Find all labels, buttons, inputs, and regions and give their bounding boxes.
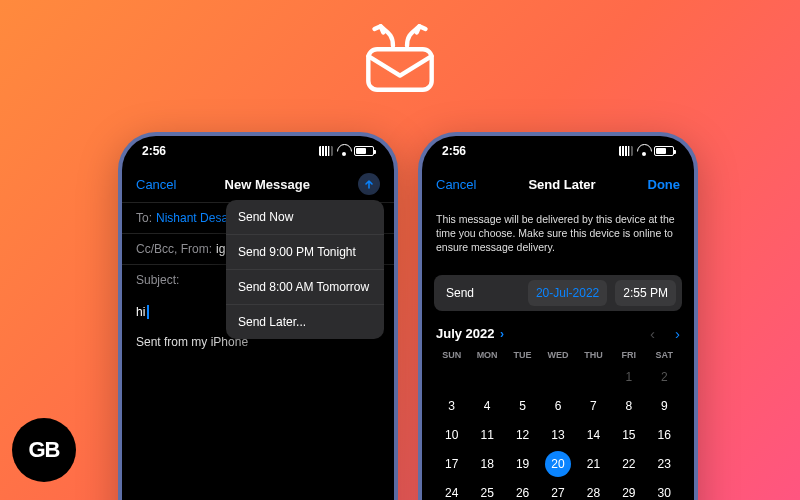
calendar-day[interactable]: 19: [505, 451, 540, 477]
calendar-day[interactable]: 27: [540, 480, 575, 500]
calendar-day[interactable]: 14: [576, 422, 611, 448]
month-label[interactable]: July 2022 ›: [436, 326, 504, 341]
wifi-icon: [637, 146, 650, 156]
nav-title: Send Later: [528, 177, 595, 192]
send-button[interactable]: [358, 173, 380, 195]
calendar-day[interactable]: 15: [611, 422, 646, 448]
calendar-day[interactable]: 9: [647, 393, 682, 419]
send-tomorrow-option[interactable]: Send 8:00 AM Tomorrow: [226, 269, 384, 304]
calendar-day[interactable]: 22: [611, 451, 646, 477]
calendar-day[interactable]: 10: [434, 422, 469, 448]
chevron-right-icon: ›: [497, 327, 504, 341]
calendar-day[interactable]: 29: [611, 480, 646, 500]
phone-schedule: 2:56 Cancel Send Later Done This message…: [418, 132, 698, 500]
next-month-button[interactable]: ›: [675, 325, 680, 342]
calendar-day[interactable]: 21: [576, 451, 611, 477]
wifi-icon: [337, 146, 350, 156]
prev-month-button[interactable]: ‹: [650, 325, 655, 342]
calendar-day[interactable]: 18: [469, 451, 504, 477]
calendar-day[interactable]: 23: [647, 451, 682, 477]
date-pill[interactable]: 20-Jul-2022: [528, 280, 607, 306]
status-time: 2:56: [442, 144, 466, 158]
calendar-day[interactable]: 13: [540, 422, 575, 448]
calendar-day[interactable]: 1: [611, 364, 646, 390]
to-value: Nishant Desa: [156, 211, 228, 225]
dow-label: MON: [469, 350, 504, 360]
phone-compose: 2:56 Cancel New Message To: Nishant Desa…: [118, 132, 398, 500]
nav-title: New Message: [225, 177, 310, 192]
calendar-day[interactable]: 28: [576, 480, 611, 500]
dow-label: THU: [576, 350, 611, 360]
calendar-day[interactable]: 5: [505, 393, 540, 419]
status-time: 2:56: [142, 144, 166, 158]
send-now-option[interactable]: Send Now: [226, 200, 384, 234]
calendar-day[interactable]: 8: [611, 393, 646, 419]
send-options-popup: Send Now Send 9:00 PM Tonight Send 8:00 …: [226, 200, 384, 339]
dow-label: SAT: [647, 350, 682, 360]
calendar-day[interactable]: 25: [469, 480, 504, 500]
send-later-option[interactable]: Send Later...: [226, 304, 384, 339]
compose-navbar: Cancel New Message: [122, 166, 394, 202]
delivery-notice: This message will be delivered by this d…: [422, 202, 694, 265]
battery-icon: [654, 146, 674, 156]
send-datetime-row: Send 20-Jul-2022 2:55 PM: [434, 275, 682, 311]
calendar-day[interactable]: 20: [545, 451, 571, 477]
subject-label: Subject:: [136, 273, 179, 287]
dow-label: FRI: [611, 350, 646, 360]
send-tonight-option[interactable]: Send 9:00 PM Tonight: [226, 234, 384, 269]
schedule-navbar: Cancel Send Later Done: [422, 166, 694, 202]
calendar-day[interactable]: 12: [505, 422, 540, 448]
calendar-day[interactable]: 17: [434, 451, 469, 477]
cancel-button[interactable]: Cancel: [136, 177, 176, 192]
schedule-mail-hero-icon: [356, 14, 444, 100]
to-label: To:: [136, 211, 152, 225]
dow-label: SUN: [434, 350, 469, 360]
calendar-day[interactable]: 26: [505, 480, 540, 500]
time-pill[interactable]: 2:55 PM: [615, 280, 676, 306]
calendar-day[interactable]: 30: [647, 480, 682, 500]
cellular-signal-icon: [619, 146, 633, 156]
dow-label: TUE: [505, 350, 540, 360]
calendar-day[interactable]: 4: [469, 393, 504, 419]
cancel-button[interactable]: Cancel: [436, 177, 476, 192]
text-cursor: [147, 305, 149, 319]
cc-value: ig: [216, 242, 225, 256]
calendar-day[interactable]: 3: [434, 393, 469, 419]
notch: [508, 136, 608, 156]
cellular-signal-icon: [319, 146, 333, 156]
cc-label: Cc/Bcc, From:: [136, 242, 212, 256]
calendar-day[interactable]: 11: [469, 422, 504, 448]
calendar-day[interactable]: 2: [647, 364, 682, 390]
notch: [208, 136, 308, 156]
calendar-day[interactable]: 6: [540, 393, 575, 419]
calendar: July 2022 › ‹ › SUNMONTUEWEDTHUFRISAT 12…: [422, 321, 694, 500]
calendar-day[interactable]: 16: [647, 422, 682, 448]
calendar-day[interactable]: 7: [576, 393, 611, 419]
gb-logo-badge: GB: [12, 418, 76, 482]
dow-label: WED: [540, 350, 575, 360]
svg-rect-0: [368, 49, 431, 89]
done-button[interactable]: Done: [648, 177, 681, 192]
battery-icon: [354, 146, 374, 156]
calendar-day[interactable]: 24: [434, 480, 469, 500]
body-text: hi: [136, 305, 145, 319]
send-label: Send: [446, 286, 520, 300]
